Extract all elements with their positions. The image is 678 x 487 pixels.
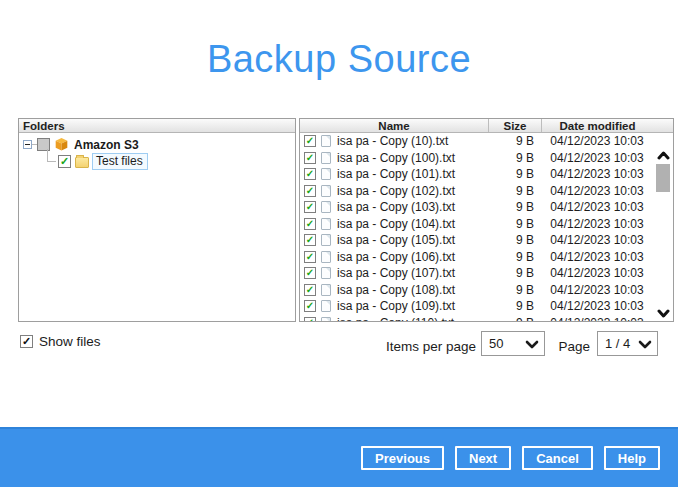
file-date-modified: 04/12/2023 10:03: [541, 217, 653, 231]
file-size: 9 B: [493, 283, 541, 297]
file-size: 9 B: [493, 299, 541, 313]
file-date-modified: 04/12/2023 10:03: [541, 283, 653, 297]
column-header-date-modified[interactable]: Date modified: [541, 119, 653, 132]
file-date-modified: 04/12/2023 10:03: [541, 167, 653, 181]
show-files-label: Show files: [39, 334, 101, 349]
scroll-up-icon[interactable]: [653, 151, 673, 160]
file-icon: [321, 218, 331, 230]
file-row[interactable]: ✓ isa pa - Copy (109).txt 9 B 04/12/2023…: [300, 298, 653, 315]
file-row[interactable]: ✓ isa pa - Copy (105).txt 9 B 04/12/2023…: [300, 232, 653, 249]
file-size: 9 B: [493, 134, 541, 148]
file-checkbox[interactable]: ✓: [304, 135, 316, 147]
file-date-modified: 04/12/2023 10:03: [541, 266, 653, 280]
file-checkbox[interactable]: ✓: [304, 267, 316, 279]
page-label: Page: [558, 339, 590, 354]
file-row[interactable]: ✓ isa pa - Copy (110).txt 9 B 04/12/2023…: [300, 315, 653, 322]
file-checkbox[interactable]: ✓: [304, 185, 316, 197]
file-checkbox[interactable]: ✓: [304, 300, 316, 312]
column-header-name[interactable]: Name: [300, 119, 488, 132]
file-checkbox[interactable]: ✓: [304, 168, 316, 180]
tree-node-label-test-files[interactable]: Test files: [92, 153, 148, 170]
file-size: 9 B: [493, 250, 541, 264]
file-list: ✓ isa pa - Copy (10).txt 9 B 04/12/2023 …: [300, 133, 653, 321]
help-button[interactable]: Help: [604, 446, 660, 470]
file-row[interactable]: ✓ isa pa - Copy (104).txt 9 B 04/12/2023…: [300, 216, 653, 233]
file-size: 9 B: [493, 217, 541, 231]
folder-icon: [75, 155, 89, 168]
files-panel: Name Size Date modified ✓ isa pa - Copy …: [299, 118, 674, 322]
file-name: isa pa - Copy (107).txt: [331, 266, 493, 280]
file-name: isa pa - Copy (10).txt: [331, 134, 493, 148]
column-header-spacer: [653, 119, 673, 132]
items-per-page-select[interactable]: 50: [481, 331, 545, 356]
column-header-size[interactable]: Size: [488, 119, 541, 132]
file-size: 9 B: [493, 233, 541, 247]
folders-header-label: Folders: [23, 120, 65, 132]
file-row[interactable]: ✓ isa pa - Copy (103).txt 9 B 04/12/2023…: [300, 199, 653, 216]
file-row[interactable]: ✓ isa pa - Copy (106).txt 9 B 04/12/2023…: [300, 249, 653, 266]
tree-node-amazon-s3[interactable]: Amazon S3: [23, 136, 295, 153]
file-checkbox[interactable]: ✓: [304, 201, 316, 213]
file-size: 9 B: [493, 316, 541, 321]
file-icon: [321, 168, 331, 180]
file-name: isa pa - Copy (108).txt: [331, 283, 493, 297]
file-icon: [321, 317, 331, 321]
file-row[interactable]: ✓ isa pa - Copy (10).txt 9 B 04/12/2023 …: [300, 133, 653, 150]
file-icon: [321, 300, 331, 312]
file-row[interactable]: ✓ isa pa - Copy (100).txt 9 B 04/12/2023…: [300, 150, 653, 167]
file-icon: [321, 152, 331, 164]
folder-tree: Amazon S3 ✓ Test files: [19, 133, 295, 170]
file-date-modified: 04/12/2023 10:03: [541, 250, 653, 264]
file-row[interactable]: ✓ isa pa - Copy (102).txt 9 B 04/12/2023…: [300, 183, 653, 200]
test-files-checkbox[interactable]: ✓: [58, 155, 71, 168]
cancel-button[interactable]: Cancel: [522, 446, 593, 470]
file-size: 9 B: [493, 200, 541, 214]
file-row[interactable]: ✓ isa pa - Copy (108).txt 9 B 04/12/2023…: [300, 282, 653, 299]
folders-panel-header: Folders: [19, 119, 295, 133]
collapse-expander-icon[interactable]: [23, 140, 32, 149]
file-date-modified: 04/12/2023 10:03: [541, 134, 653, 148]
file-date-modified: 04/12/2023 10:03: [541, 299, 653, 313]
file-date-modified: 04/12/2023 10:03: [541, 151, 653, 165]
footer-buttons: Previous Next Cancel Help: [361, 446, 660, 470]
file-icon: [321, 201, 331, 213]
file-name: isa pa - Copy (110).txt: [331, 316, 493, 321]
file-size: 9 B: [493, 151, 541, 165]
file-date-modified: 04/12/2023 10:03: [541, 233, 653, 247]
file-name: isa pa - Copy (106).txt: [331, 250, 493, 264]
files-panel-header: Name Size Date modified: [300, 119, 673, 133]
scrollbar-thumb[interactable]: [656, 164, 670, 192]
page-value: 1 / 4: [605, 336, 630, 351]
file-icon: [321, 135, 331, 147]
file-checkbox[interactable]: ✓: [304, 317, 316, 321]
chevron-down-icon: [638, 340, 652, 349]
vertical-scrollbar[interactable]: [653, 133, 673, 321]
scroll-down-icon[interactable]: [653, 309, 673, 318]
page-select[interactable]: 1 / 4: [597, 331, 658, 356]
file-icon: [321, 267, 331, 279]
file-size: 9 B: [493, 167, 541, 181]
file-checkbox[interactable]: ✓: [304, 284, 316, 296]
folders-panel: Folders Amazon S3 ✓ Test files: [18, 118, 296, 322]
items-per-page-value: 50: [489, 336, 503, 351]
file-date-modified: 04/12/2023 10:03: [541, 316, 653, 321]
file-icon: [321, 284, 331, 296]
tree-node-test-files[interactable]: ✓ Test files: [23, 153, 295, 170]
file-row[interactable]: ✓ isa pa - Copy (101).txt 9 B 04/12/2023…: [300, 166, 653, 183]
tree-node-label-amazon-s3[interactable]: Amazon S3: [72, 138, 141, 152]
file-row[interactable]: ✓ isa pa - Copy (107).txt 9 B 04/12/2023…: [300, 265, 653, 282]
file-checkbox[interactable]: ✓: [304, 234, 316, 246]
file-icon: [321, 185, 331, 197]
next-button[interactable]: Next: [455, 446, 511, 470]
file-checkbox[interactable]: ✓: [304, 251, 316, 263]
show-files-checkbox[interactable]: ✓: [20, 335, 33, 348]
footer-bar: Previous Next Cancel Help: [0, 427, 678, 487]
file-size: 9 B: [493, 184, 541, 198]
file-checkbox[interactable]: ✓: [304, 152, 316, 164]
file-name: isa pa - Copy (102).txt: [331, 184, 493, 198]
amazon-s3-cube-icon: [54, 137, 69, 152]
file-date-modified: 04/12/2023 10:03: [541, 200, 653, 214]
previous-button[interactable]: Previous: [361, 446, 444, 470]
file-checkbox[interactable]: ✓: [304, 218, 316, 230]
show-files-control[interactable]: ✓ Show files: [20, 334, 101, 349]
